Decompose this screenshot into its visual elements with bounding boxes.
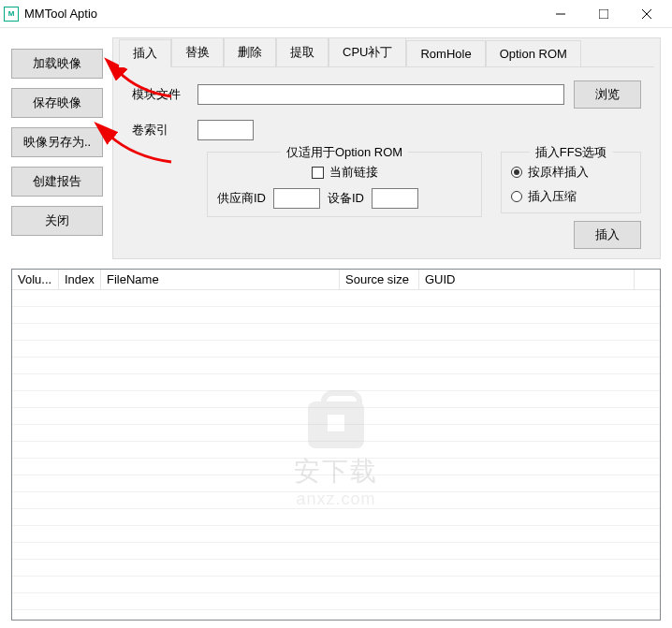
tab-body: 模块文件 浏览 卷索引 仅适用于Option ROM 当前链接 供应商ID (119, 66, 654, 258)
module-file-input[interactable] (197, 84, 564, 105)
minimize-button[interactable] (539, 1, 582, 27)
col-filename[interactable]: FileName (101, 270, 340, 289)
table-row (12, 560, 660, 577)
tab-insert[interactable]: 插入 (119, 39, 171, 67)
title-bar: M MMTool Aptio (0, 0, 672, 28)
tab-option-rom[interactable]: Option ROM (486, 40, 581, 66)
window-controls (539, 1, 668, 27)
tab-panel: 插入 替换 删除 提取 CPU补丁 RomHole Option ROM 模块文… (112, 37, 661, 259)
app-icon: M (4, 7, 19, 22)
ffs-legend: 插入FFS选项 (530, 144, 613, 161)
vendor-id-input[interactable] (273, 188, 320, 209)
insert-asis-radio[interactable] (511, 167, 522, 178)
volume-index-label: 卷索引 (132, 122, 188, 139)
maximize-button[interactable] (582, 1, 625, 27)
save-image-as-button[interactable]: 映像另存为.. (11, 127, 103, 157)
create-report-button[interactable]: 创建报告 (11, 167, 103, 197)
insert-button[interactable]: 插入 (574, 221, 641, 249)
option-rom-legend: 仅适用于Option ROM (281, 144, 408, 161)
table-rows (12, 290, 660, 620)
device-id-input[interactable] (372, 188, 418, 209)
table-row (12, 408, 660, 425)
col-source-size[interactable]: Source size (340, 270, 419, 289)
close-button[interactable] (625, 1, 668, 27)
table-row (12, 459, 660, 475)
tab-extract[interactable]: 提取 (276, 37, 329, 66)
table-row (12, 509, 660, 526)
current-link-checkbox[interactable] (312, 167, 324, 179)
tab-cpu-patch[interactable]: CPU补丁 (329, 37, 406, 66)
window-title: MMTool Aptio (24, 7, 539, 21)
insert-asis-label: 按原样插入 (528, 164, 589, 181)
table-row (12, 391, 660, 408)
table-row (12, 341, 660, 358)
table-row (12, 492, 660, 509)
table-row (12, 374, 660, 391)
ffs-options-group: 插入FFS选项 按原样插入 插入压缩 (501, 152, 641, 213)
insert-compressed-label: 插入压缩 (528, 188, 577, 205)
insert-compressed-radio[interactable] (511, 191, 522, 202)
main-area: 加载映像 保存映像 映像另存为.. 创建报告 关闭 插入 替换 删除 提取 CP… (0, 28, 672, 265)
col-guid[interactable]: GUID (419, 270, 635, 289)
table-row (12, 307, 660, 324)
tab-romhole[interactable]: RomHole (406, 40, 485, 66)
col-volume[interactable]: Volu... (12, 270, 59, 289)
vendor-id-label: 供应商ID (217, 190, 266, 207)
col-spacer (635, 270, 660, 289)
device-id-label: 设备ID (328, 190, 364, 207)
table-row (12, 290, 660, 307)
current-link-label: 当前链接 (329, 164, 378, 181)
table-row (12, 593, 660, 610)
table-row (12, 475, 660, 492)
table-row (12, 577, 660, 593)
table-row (12, 526, 660, 543)
close-app-button[interactable]: 关闭 (11, 206, 103, 236)
module-table[interactable]: Volu... Index FileName Source size GUID … (11, 269, 661, 621)
module-file-label: 模块文件 (132, 86, 188, 103)
load-image-button[interactable]: 加载映像 (11, 49, 103, 79)
sidebar: 加载映像 保存映像 映像另存为.. 创建报告 关闭 (11, 37, 103, 259)
save-image-button[interactable]: 保存映像 (11, 88, 103, 118)
svg-rect-1 (599, 9, 608, 19)
tab-replace[interactable]: 替换 (171, 37, 224, 66)
col-index[interactable]: Index (59, 270, 101, 289)
table-row (12, 442, 660, 459)
option-rom-group: 仅适用于Option ROM 当前链接 供应商ID 设备ID (207, 152, 482, 217)
browse-button[interactable]: 浏览 (574, 80, 641, 109)
table-row (12, 324, 660, 341)
table-row (12, 543, 660, 560)
volume-index-input[interactable] (197, 120, 254, 140)
tab-delete[interactable]: 删除 (224, 37, 276, 66)
table-row (12, 425, 660, 442)
table-header: Volu... Index FileName Source size GUID (12, 270, 660, 290)
table-row (12, 358, 660, 374)
tab-strip: 插入 替换 删除 提取 CPU补丁 RomHole Option ROM (113, 38, 660, 66)
